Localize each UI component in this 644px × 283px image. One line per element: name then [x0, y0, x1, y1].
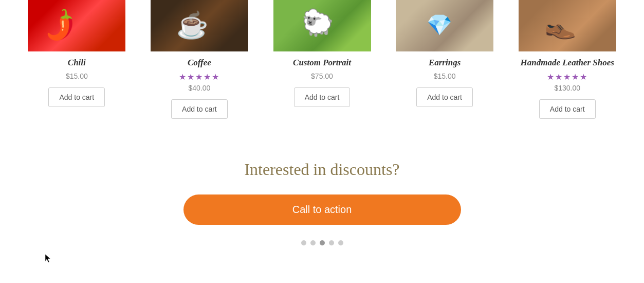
- product-card-custom-portrait: Custom Portrait $75.00 Add to cart: [261, 0, 383, 124]
- add-to-cart-handmade-leather-shoes[interactable]: Add to cart: [539, 99, 596, 119]
- product-card-chili: Chili $15.00 Add to cart: [15, 0, 138, 124]
- product-name-custom-portrait: Custom Portrait: [293, 58, 351, 68]
- product-price-handmade-leather-shoes: $130.00: [554, 84, 580, 92]
- dots-container: [10, 240, 634, 245]
- product-price-coffee: $40.00: [188, 84, 210, 92]
- pagination-dot-4[interactable]: [338, 240, 343, 245]
- product-price-chili: $15.00: [66, 72, 88, 80]
- product-image-handmade-leather-shoes: [519, 0, 616, 51]
- pagination-dot-0[interactable]: [301, 240, 306, 245]
- product-image-coffee: [151, 0, 248, 51]
- add-to-cart-earrings[interactable]: Add to cart: [416, 87, 473, 107]
- product-name-coffee: Coffee: [188, 58, 211, 68]
- product-rating-handmade-leather-shoes: ★★★★★: [547, 72, 588, 82]
- product-price-custom-portrait: $75.00: [311, 72, 333, 80]
- add-to-cart-custom-portrait[interactable]: Add to cart: [294, 87, 351, 107]
- product-name-earrings: Earrings: [429, 58, 461, 68]
- cta-button[interactable]: Call to action: [183, 194, 461, 225]
- product-img-custom-portrait: [273, 0, 371, 51]
- product-image-custom-portrait: [273, 0, 371, 51]
- product-card-handmade-leather-shoes: Handmade Leather Shoes ★★★★★ $130.00 Add…: [506, 0, 629, 124]
- pagination-dot-3[interactable]: [329, 240, 334, 245]
- product-name-handmade-leather-shoes: Handmade Leather Shoes: [521, 58, 614, 68]
- pagination-dot-2[interactable]: [320, 240, 325, 245]
- add-to-cart-coffee[interactable]: Add to cart: [171, 99, 228, 119]
- product-img-handmade-leather-shoes: [519, 0, 616, 51]
- product-image-earrings: [396, 0, 493, 51]
- products-section: Chili $15.00 Add to cart Coffee ★★★★★ $4…: [0, 0, 644, 145]
- product-name-chili: Chili: [68, 58, 86, 68]
- discount-section: Interested in discounts? Call to action: [0, 145, 644, 261]
- product-rating-coffee: ★★★★★: [179, 72, 220, 82]
- product-price-earrings: $15.00: [434, 72, 456, 80]
- product-card-coffee: Coffee ★★★★★ $40.00 Add to cart: [138, 0, 261, 124]
- pagination-dot-1[interactable]: [310, 240, 316, 245]
- product-card-earrings: Earrings $15.00 Add to cart: [383, 0, 506, 124]
- product-img-chili: [28, 0, 125, 51]
- product-img-earrings: [396, 0, 493, 51]
- discount-heading: Interested in discounts?: [10, 160, 634, 179]
- add-to-cart-chili[interactable]: Add to cart: [48, 87, 105, 107]
- product-img-coffee: [151, 0, 248, 51]
- product-image-chili: [28, 0, 125, 51]
